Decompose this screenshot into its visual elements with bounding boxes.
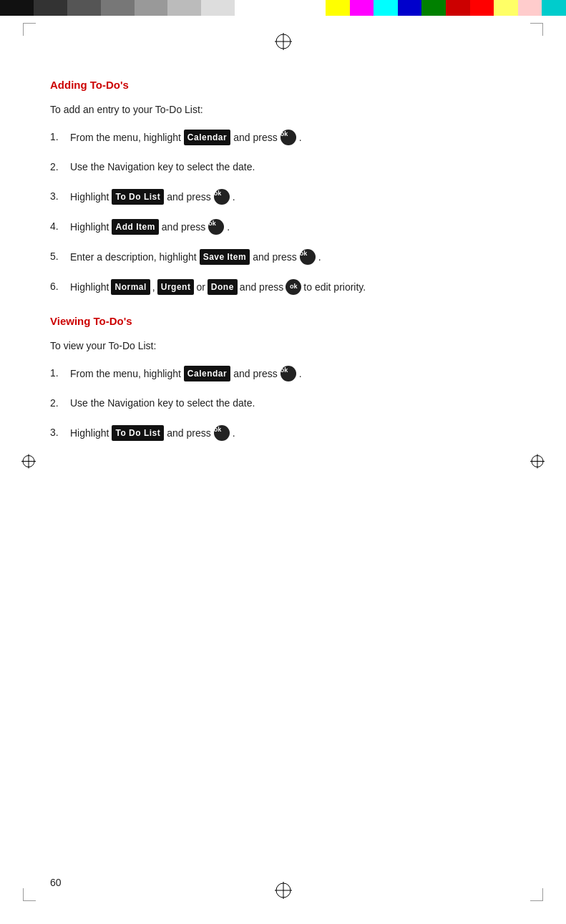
reg-mark-bottom <box>273 880 293 903</box>
highlight-todolist-1: To Do List <box>112 189 164 205</box>
corner-mark-bl <box>23 888 36 901</box>
viewing-title: Viewing To-Do's <box>50 315 516 327</box>
highlight-urgent: Urgent <box>157 279 195 295</box>
adding-steps: 1. From the menu, highlight Calendar and… <box>50 130 516 295</box>
viewing-steps: 1. From the menu, highlight Calendar and… <box>50 366 516 441</box>
adding-section: Adding To-Do's To add an entry to your T… <box>50 79 516 295</box>
page-number: 60 <box>50 877 62 888</box>
highlight-normal: Normal <box>111 279 150 295</box>
reg-mark-left <box>20 452 37 472</box>
adding-step-6: 6. Highlight Normal , Urgent or Done and… <box>50 279 516 295</box>
adding-title: Adding To-Do's <box>50 79 516 91</box>
adding-step-3: 3. Highlight To Do List and press ok . <box>50 189 516 205</box>
viewing-step-1: 1. From the menu, highlight Calendar and… <box>50 366 516 381</box>
viewing-intro: To view your To-Do List: <box>50 340 516 351</box>
ok-button-5: ok <box>300 249 316 265</box>
ok-button-3: ok <box>214 189 230 205</box>
ok-button-6: ok <box>286 279 301 295</box>
viewing-step-3: 3. Highlight To Do List and press ok . <box>50 425 516 441</box>
ok-button-1: ok <box>280 130 296 145</box>
corner-mark-br <box>530 888 543 901</box>
viewing-step-2: 2. Use the Navigation key to select the … <box>50 396 516 411</box>
reg-mark-top <box>273 31 293 54</box>
highlight-saveitem: Save Item <box>200 249 250 265</box>
highlight-calendar-2: Calendar <box>184 366 230 381</box>
corner-mark-tl <box>23 23 36 36</box>
adding-step-5: 5. Enter a description, highlight Save I… <box>50 249 516 265</box>
ok-button-4: ok <box>208 219 224 235</box>
highlight-additem: Add Item <box>112 219 158 235</box>
ok-button-v3: ok <box>214 425 230 441</box>
adding-step-1: 1. From the menu, highlight Calendar and… <box>50 130 516 145</box>
ok-button-v1: ok <box>280 366 296 381</box>
color-bars <box>0 0 566 16</box>
viewing-section: Viewing To-Do's To view your To-Do List:… <box>50 315 516 441</box>
main-content: Adding To-Do's To add an entry to your T… <box>50 79 516 461</box>
corner-mark-tr <box>530 23 543 36</box>
highlight-done: Done <box>208 279 238 295</box>
highlight-todolist-2: To Do List <box>112 425 164 441</box>
adding-step-2: 2. Use the Navigation key to select the … <box>50 160 516 175</box>
adding-step-4: 4. Highlight Add Item and press ok . <box>50 219 516 235</box>
reg-mark-right <box>529 452 546 472</box>
highlight-calendar-1: Calendar <box>184 130 230 145</box>
adding-intro: To add an entry to your To-Do List: <box>50 104 516 115</box>
